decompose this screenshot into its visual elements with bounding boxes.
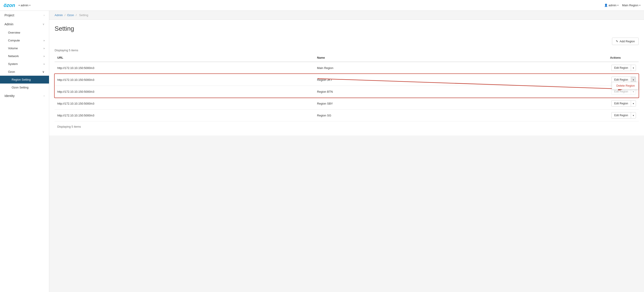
sidebar-item-project[interactable]: Project ›	[0, 11, 49, 20]
table-header-row: URL Name Actions	[54, 54, 639, 62]
edit-split-button[interactable]: Edit Region ▾	[611, 100, 636, 107]
sidebar-label-overview: Overview	[8, 31, 20, 34]
region-label: Main Region	[622, 4, 638, 7]
breadcrumb-sep-1: /	[64, 14, 66, 17]
admin-label: admin	[20, 4, 28, 7]
sidebar-label-identity: Identity	[4, 94, 14, 98]
compute-arrow-icon: ›	[44, 39, 44, 42]
sidebar: Project › Admin ∨ Overview Compute › Vol…	[0, 11, 49, 292]
cell-actions: Edit Region ▾	[447, 62, 639, 74]
table-row: http://172.10.10.150:5000/v3 Main Region…	[54, 62, 639, 74]
edit-region-button[interactable]: Edit Region	[612, 112, 631, 118]
cell-name: Region SBY	[314, 98, 447, 110]
region-menu[interactable]: Main Region ▾	[622, 4, 640, 7]
top-navigation: özon ▪ admin ▾ 👤 admin ▾ Main Region ▾	[0, 0, 644, 11]
items-count-bottom: Displaying 5 items	[54, 123, 639, 130]
delete-region-option[interactable]: Delete Region	[612, 82, 638, 89]
dropdown-toggle-button[interactable]: ▾	[631, 65, 636, 71]
dropdown-toggle-button[interactable]: ▾	[631, 89, 636, 95]
table-row: http://172.10.10.150:5000/v3 Region SG E…	[54, 110, 639, 121]
table-row: http://172.10.10.150:5000/v3 Region SBY …	[54, 98, 639, 110]
add-region-button[interactable]: ✎ Add Region	[612, 38, 639, 45]
breadcrumb-setting: Setting	[79, 14, 88, 17]
breadcrumb: Admin / Ozon / Setting	[49, 11, 644, 20]
cell-actions: Edit Region ▾	[447, 86, 639, 98]
admin-arrow-icon: ∨	[42, 23, 44, 26]
add-region-label: Add Region	[620, 40, 635, 43]
edit-region-button[interactable]: Edit Region	[612, 65, 631, 71]
sidebar-item-system[interactable]: System ›	[0, 60, 49, 68]
main-layout: Project › Admin ∨ Overview Compute › Vol…	[0, 11, 644, 292]
col-name: Name	[314, 54, 447, 62]
add-region-icon: ✎	[616, 40, 618, 43]
breadcrumb-ozon[interactable]: Ozon	[67, 14, 74, 17]
cell-url: http://172.10.10.150:5000/v3	[54, 98, 314, 110]
network-arrow-icon: ›	[44, 54, 44, 58]
dropdown-toggle-button[interactable]: ▾	[631, 101, 636, 106]
admin-icon: ▪	[18, 4, 20, 7]
main-content: Admin / Ozon / Setting Setting ✎ Add Reg…	[49, 11, 644, 292]
sidebar-label-ozon-setting: Ozon Setting	[12, 86, 28, 89]
volume-arrow-icon: ›	[44, 47, 44, 50]
sidebar-label-ozon: Ozon	[8, 70, 15, 74]
edit-split-button[interactable]: Edit Region ▾	[611, 112, 636, 118]
cell-url: http://172.10.10.150:5000/v3	[54, 110, 314, 121]
user-label: admin	[609, 4, 616, 7]
admin-menu[interactable]: ▪ admin ▾	[18, 4, 30, 7]
dropdown-popup: Delete Region	[612, 82, 639, 89]
breadcrumb-admin[interactable]: Admin	[54, 14, 63, 17]
system-arrow-icon: ›	[44, 62, 44, 66]
admin-caret-icon: ▾	[29, 4, 30, 7]
cell-name: Region SG	[314, 110, 447, 121]
logo[interactable]: özon	[4, 3, 15, 8]
nav-left: özon ▪ admin ▾	[4, 3, 30, 8]
nav-right: 👤 admin ▾ Main Region ▾	[604, 4, 640, 7]
data-table: URL Name Actions http://172.10.10.150:50…	[54, 54, 639, 121]
col-url: URL	[54, 54, 314, 62]
sidebar-label-system: System	[8, 62, 18, 66]
cell-name: Main Region	[314, 62, 447, 74]
logo-text: özon	[4, 3, 15, 8]
sidebar-label-network: Network	[8, 54, 19, 58]
table-row: http://172.10.10.150:5000/v3 Region BTN …	[54, 86, 639, 98]
cell-url: http://172.10.10.150:5000/v3	[54, 86, 314, 98]
sidebar-item-overview[interactable]: Overview	[0, 29, 49, 37]
sidebar-label-volume: Volume	[8, 47, 18, 50]
sidebar-item-network[interactable]: Network ›	[0, 52, 49, 60]
edit-split-button[interactable]: Edit Region ▾	[611, 89, 636, 95]
col-actions: Actions	[447, 54, 639, 62]
dropdown-toggle-button[interactable]: ▾	[631, 112, 636, 118]
user-menu[interactable]: 👤 admin ▾	[604, 4, 618, 7]
identity-arrow-icon: ›	[44, 94, 44, 97]
sidebar-item-ozon-setting[interactable]: Ozon Setting	[0, 84, 49, 91]
cell-actions: Edit Region ▾	[447, 110, 639, 121]
toolbar: ✎ Add Region	[54, 38, 639, 45]
items-count-top: Displaying 5 items	[54, 49, 639, 52]
sidebar-label-compute: Compute	[8, 39, 20, 42]
cell-actions: Edit Region ▾ Delete Region	[447, 74, 639, 86]
sidebar-label-project: Project	[4, 14, 14, 17]
sidebar-item-compute[interactable]: Compute ›	[0, 37, 49, 44]
table-row: http://172.10.10.150:5000/v3 Region JKT …	[54, 74, 639, 86]
sidebar-item-region-setting[interactable]: Region Setting	[0, 76, 49, 84]
cell-actions: Edit Region ▾	[447, 98, 639, 110]
content-area: Setting ✎ Add Region Displaying 5 items	[49, 20, 644, 135]
cell-url: http://172.10.10.150:5000/v3	[54, 74, 314, 86]
project-arrow-icon: ›	[44, 14, 44, 17]
cell-name: Region JKT	[314, 74, 447, 86]
sidebar-item-ozon[interactable]: Ozon ∨	[0, 68, 49, 76]
table-container: URL Name Actions http://172.10.10.150:50…	[54, 54, 639, 130]
user-icon: 👤	[604, 4, 608, 7]
sidebar-item-volume[interactable]: Volume ›	[0, 44, 49, 52]
edit-region-button[interactable]: Edit Region	[612, 101, 631, 106]
breadcrumb-sep-2: /	[76, 14, 77, 17]
sidebar-item-identity[interactable]: Identity ›	[0, 91, 49, 100]
region-caret-icon: ▾	[639, 4, 640, 7]
sidebar-item-admin[interactable]: Admin ∨	[0, 20, 49, 29]
ozon-arrow-icon: ∨	[42, 70, 44, 74]
edit-region-button[interactable]: Edit Region	[612, 89, 631, 95]
page-title: Setting	[54, 25, 639, 32]
edit-split-button[interactable]: Edit Region ▾	[611, 65, 636, 71]
user-caret-icon: ▾	[617, 4, 618, 7]
sidebar-label-admin: Admin	[4, 22, 14, 26]
